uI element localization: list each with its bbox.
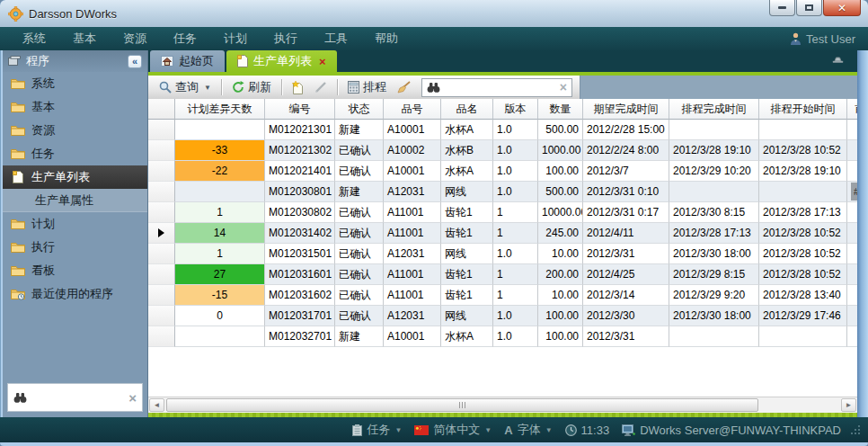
cell-due[interactable]: 2012/3/30 [583, 306, 669, 326]
cell-version[interactable]: 1 [493, 264, 538, 285]
cell-item_no[interactable]: A10002 [384, 140, 441, 161]
cell-extra[interactable] [847, 140, 857, 161]
cell-item_no[interactable]: A12031 [384, 182, 441, 202]
menu-item-6[interactable]: 工具 [311, 27, 361, 50]
query-dropdown-caret-icon[interactable]: ▼ [204, 84, 211, 92]
cell-diff[interactable] [175, 182, 265, 202]
cell-diff[interactable] [175, 120, 265, 140]
cell-version[interactable]: 1 [493, 202, 538, 223]
cell-qty[interactable]: 10.00 [538, 285, 583, 306]
scrollbar-thumb[interactable] [166, 398, 758, 412]
tab-close-icon[interactable]: × [319, 55, 326, 68]
cell-no[interactable]: M012031501 [265, 244, 335, 264]
cell-item_no[interactable]: A10001 [384, 326, 441, 347]
cell-qty[interactable]: 500.00 [538, 120, 583, 140]
cell-item_no[interactable]: A12031 [384, 306, 441, 326]
maximize-button[interactable] [796, 0, 822, 16]
cell-no[interactable]: M012031602 [265, 285, 335, 306]
table-row[interactable]: -15M012031602已确认A11001齿轮1110.002012/3/14… [148, 285, 857, 306]
table-row[interactable]: M012032701新建A10001水杯A1.0100.002012/3/31 [148, 326, 857, 347]
cell-extra[interactable] [847, 285, 857, 306]
menu-item-3[interactable]: 任务 [160, 27, 210, 50]
cell-status[interactable]: 新建 [335, 182, 384, 202]
cell-item_name[interactable]: 网线 [441, 306, 493, 326]
cell-item_no[interactable]: A10001 [384, 161, 441, 182]
cell-sched_start[interactable]: 2012/3/28 13:40 [759, 285, 847, 306]
sidebar-item-9[interactable]: 最近使用的程序 [3, 282, 147, 306]
cell-sched_finish[interactable] [669, 326, 759, 347]
cell-diff[interactable]: 1 [175, 202, 265, 223]
cell-due[interactable]: 2012/3/31 0:10 [583, 182, 669, 202]
table-row[interactable]: M012030801新建A12031网线1.0500.002012/3/31 0… [148, 182, 857, 202]
menu-item-2[interactable]: 资源 [110, 27, 160, 50]
cell-due[interactable]: 2012/3/7 [583, 161, 669, 182]
toolbar-search-clear-icon[interactable]: × [560, 80, 567, 94]
toolbar-search-input[interactable] [445, 81, 555, 94]
cell-sched_finish[interactable]: 2012/3/29 8:15 [669, 264, 759, 285]
refresh-button[interactable]: 刷新 [228, 77, 275, 97]
cell-diff[interactable]: -15 [175, 285, 265, 306]
cell-version[interactable]: 1.0 [493, 326, 538, 347]
table-row[interactable]: 27M012031601已确认A11001齿轮11200.002012/4/25… [148, 264, 857, 285]
scrollbar-track[interactable] [166, 398, 839, 412]
cell-no[interactable]: M012031402 [265, 223, 335, 244]
cell-diff[interactable] [175, 326, 265, 347]
table-row[interactable]: -22M012021401已确认A10001水杯A1.0100.002012/3… [148, 161, 857, 182]
cell-item_name[interactable]: 水杯B [441, 140, 493, 161]
cell-no[interactable]: M012021401 [265, 161, 335, 182]
cell-qty[interactable]: 100.00 [538, 161, 583, 182]
cell-sched_start[interactable]: 2012/3/28 17:13 [759, 202, 847, 223]
cell-item_no[interactable]: A10001 [384, 120, 441, 140]
cell-status[interactable]: 已确认 [335, 161, 384, 182]
column-header-8[interactable]: 排程完成时间 [669, 99, 759, 120]
cell-sched_finish[interactable]: 2012/3/29 10:20 [669, 161, 759, 182]
cell-sched_finish[interactable]: 2012/3/29 9:20 [669, 285, 759, 306]
cell-due[interactable]: 2012/3/14 [583, 285, 669, 306]
table-row[interactable]: 1M012030802已确认A11001齿轮1110000.002012/3/3… [148, 202, 857, 223]
schedule-button[interactable]: 排程 [344, 77, 390, 97]
table-row[interactable]: -33M012021302已确认A10002水杯B1.01000.002012/… [148, 140, 857, 161]
cell-qty[interactable]: 100.00 [538, 326, 583, 347]
table-row[interactable]: 1M012031501已确认A12031网线1.010.002012/3/312… [148, 244, 857, 264]
cell-no[interactable]: M012031601 [265, 264, 335, 285]
cell-qty[interactable]: 10000.00 [538, 202, 583, 223]
close-button[interactable]: ✕ [823, 0, 861, 16]
scroll-right-arrow-icon[interactable]: ► [841, 398, 856, 412]
sidebar-item-7[interactable]: 执行 [3, 236, 147, 259]
cell-due[interactable]: 2012/4/25 [583, 264, 669, 285]
cell-sched_start[interactable]: 2012/3/28 10:52 [759, 140, 847, 161]
cell-sched_finish[interactable]: 2012/3/28 19:10 [669, 140, 759, 161]
cell-no[interactable]: M012030801 [265, 182, 335, 202]
pin-icon[interactable] [831, 54, 845, 65]
cell-no[interactable]: M012021302 [265, 140, 335, 161]
cell-sched_finish[interactable] [669, 120, 759, 140]
cell-status[interactable]: 新建 [335, 120, 384, 140]
cell-status[interactable]: 已确认 [335, 202, 384, 223]
sidebar-item-3[interactable]: 任务 [3, 142, 147, 165]
cell-sched_start[interactable] [759, 326, 847, 347]
sidebar-item-2[interactable]: 资源 [3, 119, 147, 142]
statusbar-font-menu[interactable]: A 字体 ▼ [504, 422, 552, 438]
column-header-2[interactable]: 状态 [335, 99, 384, 120]
broom-icon[interactable] [394, 79, 414, 95]
cell-qty[interactable]: 10.00 [538, 244, 583, 264]
cell-due[interactable]: 2012/4/11 [583, 223, 669, 244]
cell-due[interactable]: 2012/3/31 [583, 244, 669, 264]
cell-extra[interactable]: # [847, 182, 857, 202]
column-header-7[interactable]: 期望完成时间 [583, 99, 669, 120]
cell-status[interactable]: 新建 [335, 326, 384, 347]
tab-production-order-list[interactable]: 生产单列表 × [226, 50, 337, 72]
new-button[interactable] [288, 79, 307, 96]
cell-due[interactable]: 2012/3/31 0:17 [583, 202, 669, 223]
query-button[interactable]: 查询 ▼ [155, 77, 215, 97]
cell-qty[interactable]: 500.00 [538, 182, 583, 202]
cell-sched_start[interactable]: 2012/3/28 10:52 [759, 223, 847, 244]
cell-no[interactable]: M012031701 [265, 306, 335, 326]
cell-diff[interactable]: 27 [175, 264, 265, 285]
cell-sched_finish[interactable]: 2012/3/30 18:00 [669, 306, 759, 326]
sidebar-item-4[interactable]: 生产单列表 [3, 165, 147, 189]
statusbar-task-menu[interactable]: 任务 ▼ [352, 422, 402, 438]
cell-item_name[interactable]: 齿轮1 [441, 285, 493, 306]
cell-sched_start[interactable]: 2012/3/28 10:52 [759, 264, 847, 285]
cell-status[interactable]: 已确认 [335, 223, 384, 244]
